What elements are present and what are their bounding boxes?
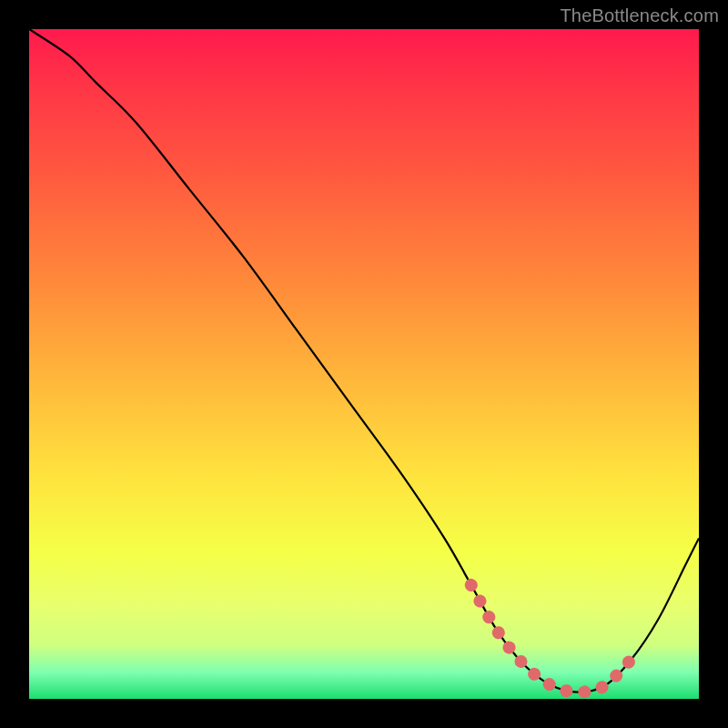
plot-area xyxy=(29,29,699,699)
chart-svg xyxy=(29,29,699,699)
watermark-text: TheBottleneck.com xyxy=(560,5,719,26)
optimal-range-highlight xyxy=(471,585,632,693)
bottleneck-curve xyxy=(29,29,699,693)
chart-frame: TheBottleneck.com xyxy=(0,0,728,728)
